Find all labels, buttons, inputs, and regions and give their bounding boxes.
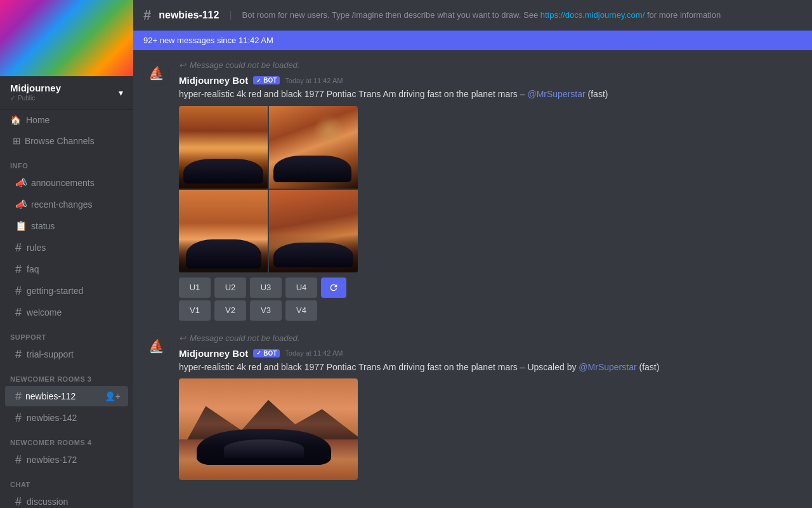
channel-label: getting-started bbox=[27, 286, 123, 296]
browse-channels-label: Browse Channels bbox=[25, 136, 95, 146]
upscaled-image bbox=[179, 378, 358, 480]
server-name-header[interactable]: Midjourney ✓ Public ▾ bbox=[0, 76, 133, 110]
refresh-icon bbox=[329, 283, 339, 293]
channel-header-name: newbies-112 bbox=[159, 10, 219, 21]
message-text-2: hyper-realistic 4k red and black 1977 Po… bbox=[179, 361, 802, 374]
v3-button[interactable]: V3 bbox=[250, 300, 282, 321]
megaphone-icon: 📣 bbox=[15, 177, 27, 189]
v4-button[interactable]: V4 bbox=[285, 300, 317, 321]
channel-label: recent-changes bbox=[31, 199, 123, 210]
verified-check-icon: ✓ bbox=[256, 350, 261, 356]
u3-button[interactable]: U3 bbox=[250, 277, 282, 298]
hash-icon: # bbox=[15, 390, 22, 403]
channel-label: discussion bbox=[27, 497, 123, 507]
sidebar-item-rules[interactable]: # rules bbox=[5, 237, 128, 258]
button-row-u: U1 U2 U3 U4 bbox=[179, 277, 802, 298]
generated-image-1 bbox=[179, 106, 268, 189]
reply-icon: ↩ bbox=[179, 333, 186, 343]
home-icon: 🏠 bbox=[10, 115, 21, 125]
u2-button[interactable]: U2 bbox=[214, 277, 246, 298]
u1-button[interactable]: U1 bbox=[179, 277, 211, 298]
reply-icon: ↩ bbox=[179, 60, 186, 70]
message-content-1: ↩ Message could not be loaded. Midjourne… bbox=[179, 60, 802, 323]
sidebar-item-recent-changes[interactable]: 📣 recent-changes bbox=[5, 194, 128, 215]
sidebar-item-newbies-142[interactable]: # newbies-142 bbox=[5, 408, 128, 428]
sidebar: Midjourney ✓ Public ▾ 🏠 Home ⊞ Browse Ch… bbox=[0, 0, 133, 508]
channel-label: announcements bbox=[31, 178, 123, 188]
sidebar-item-newbies-172[interactable]: # newbies-172 bbox=[5, 450, 128, 470]
message-timestamp-2: Today at 11:42 AM bbox=[285, 349, 343, 357]
sidebar-item-trial-support[interactable]: # trial-support bbox=[5, 344, 128, 364]
hash-icon: # bbox=[15, 348, 22, 361]
channel-label: newbies-112 bbox=[25, 391, 75, 401]
could-not-load-1: ↩ Message could not be loaded. bbox=[179, 60, 802, 70]
hash-icon: # bbox=[15, 241, 22, 255]
refresh-button[interactable] bbox=[321, 277, 346, 298]
v1-button[interactable]: V1 bbox=[179, 300, 211, 321]
sidebar-item-status[interactable]: 📋 status bbox=[5, 216, 128, 236]
sidebar-item-welcome[interactable]: # welcome bbox=[5, 302, 128, 323]
sailboat-icon: ⛵ bbox=[143, 333, 169, 359]
sidebar-item-discussion[interactable]: # discussion bbox=[5, 491, 128, 508]
sidebar-item-getting-started[interactable]: # getting-started bbox=[5, 281, 128, 301]
generated-image-4 bbox=[269, 190, 358, 272]
image-grid-1 bbox=[179, 106, 358, 272]
channel-label: newbies-172 bbox=[27, 455, 123, 465]
generated-image-3 bbox=[179, 190, 268, 272]
section-label-info: INFO bbox=[0, 152, 133, 172]
calendar-icon: 📋 bbox=[15, 220, 27, 232]
sailboat-icon: ⛵ bbox=[143, 60, 169, 86]
bot-avatar-1: ⛵ bbox=[143, 60, 169, 86]
section-label-newcomer-3: NEWCOMER ROOMS 3 bbox=[0, 365, 133, 385]
u4-button[interactable]: U4 bbox=[285, 277, 317, 298]
sidebar-item-home[interactable]: 🏠 Home bbox=[0, 110, 133, 130]
sidebar-item-browse-channels[interactable]: ⊞ Browse Channels bbox=[5, 131, 128, 151]
messages-area[interactable]: ⛵ ↩ Message could not be loaded. Midjour… bbox=[133, 50, 812, 508]
bot-avatar-2: ⛵ bbox=[143, 333, 169, 359]
new-messages-text: 92+ new messages since 11:42 AM bbox=[143, 36, 273, 45]
server-public-badge: ✓ Public bbox=[10, 93, 61, 103]
channel-hash-icon: # bbox=[143, 7, 151, 23]
hash-icon: # bbox=[15, 284, 22, 298]
hash-icon: # bbox=[15, 495, 22, 509]
message-header-1: Midjourney Bot ✓ BOT Today at 11:42 AM bbox=[179, 75, 802, 86]
home-label: Home bbox=[26, 115, 49, 125]
message-group-2: ⛵ ↩ Message could not be loaded. Midjour… bbox=[179, 333, 802, 486]
message-text-1: hyper-realistic 4k red and black 1977 Po… bbox=[179, 88, 802, 101]
bot-badge-1: ✓ BOT bbox=[253, 76, 280, 84]
channel-label: newbies-142 bbox=[27, 413, 123, 423]
add-member-icon[interactable]: 👤+ bbox=[102, 390, 123, 403]
could-not-load-2: ↩ Message could not be loaded. bbox=[179, 333, 802, 343]
mention-1: @MrSuperstar bbox=[527, 89, 585, 99]
new-messages-banner: 92+ new messages since 11:42 AM bbox=[133, 30, 812, 50]
chevron-down-icon: ▾ bbox=[119, 88, 123, 98]
server-name: Midjourney bbox=[10, 83, 61, 93]
channel-label: rules bbox=[27, 243, 123, 253]
header-divider: | bbox=[229, 10, 232, 21]
verified-check-icon: ✓ bbox=[256, 77, 261, 84]
hash-icon: # bbox=[15, 411, 22, 425]
bot-badge-2: ✓ BOT bbox=[253, 349, 280, 358]
sidebar-item-faq[interactable]: # faq bbox=[5, 259, 128, 279]
sidebar-item-announcements[interactable]: 📣 announcements bbox=[5, 173, 128, 193]
megaphone-icon: 📣 bbox=[15, 199, 27, 210]
mention-2: @MrSuperstar bbox=[579, 362, 636, 372]
channel-label: status bbox=[31, 221, 123, 231]
message-group-1: ⛵ ↩ Message could not be loaded. Midjour… bbox=[179, 60, 802, 323]
message-author-1: Midjourney Bot bbox=[179, 75, 248, 86]
section-label-support: SUPPORT bbox=[0, 323, 133, 344]
channel-description: Bot room for new users. Type /imagine th… bbox=[242, 10, 721, 20]
sidebar-item-newbies-112[interactable]: # newbies-112 👤+ bbox=[5, 386, 128, 406]
channel-label: faq bbox=[27, 264, 123, 274]
channel-docs-link[interactable]: https://docs.midjourney.com/ bbox=[540, 10, 645, 20]
message-timestamp-1: Today at 11:42 AM bbox=[285, 77, 343, 84]
hash-icon: # bbox=[15, 306, 22, 319]
generated-image-2 bbox=[269, 106, 358, 189]
channel-label: welcome bbox=[27, 307, 123, 318]
server-banner bbox=[0, 0, 133, 76]
hash-icon: # bbox=[15, 263, 22, 276]
v2-button[interactable]: V2 bbox=[214, 300, 246, 321]
section-label-newcomer-4: NEWCOMER ROOMS 4 bbox=[0, 429, 133, 449]
message-content-2: ↩ Message could not be loaded. Midjourne… bbox=[179, 333, 802, 486]
section-label-chat: CHAT bbox=[0, 471, 133, 491]
